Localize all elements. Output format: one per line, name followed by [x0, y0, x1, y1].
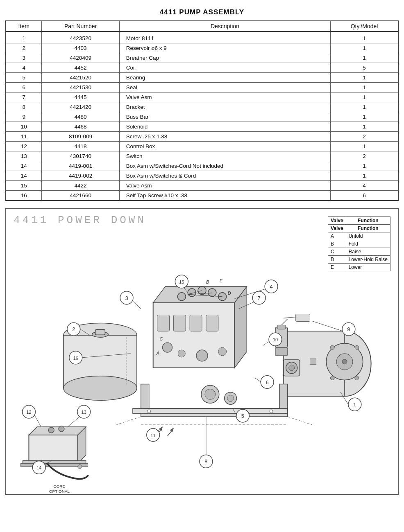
valve-block: A C — [153, 286, 247, 368]
svg-point-30 — [355, 345, 359, 349]
quantity: 1 — [331, 161, 398, 171]
table-row: 4 4452 Coil 5 — [6, 63, 398, 73]
svg-rect-9 — [173, 315, 186, 331]
quantity: 1 — [331, 73, 398, 83]
svg-marker-58 — [29, 427, 86, 435]
svg-line-52 — [116, 417, 141, 425]
table-row: 12 4418 Control Box 1 — [6, 142, 398, 151]
item-number: 14 — [6, 161, 42, 171]
pump-diagram-svg: A C — [6, 209, 398, 494]
svg-text:C: C — [160, 336, 163, 341]
col-qty: Qty./Model — [331, 21, 398, 32]
svg-text:3: 3 — [125, 295, 128, 301]
svg-point-28 — [342, 359, 347, 364]
diagram-section: 4411 POWER DOWN Valve Function ValveFunc… — [5, 208, 399, 495]
page-wrapper: 4411 PUMP ASSEMBLY Item Part Number Desc… — [5, 0, 399, 503]
svg-text:A: A — [156, 351, 159, 356]
svg-line-51 — [288, 417, 312, 425]
svg-point-48 — [270, 410, 273, 413]
col-item: Item — [6, 21, 42, 32]
table-row: 8 4421420 Bracket 1 — [6, 102, 398, 112]
svg-rect-45 — [279, 384, 288, 411]
page-title: 4411 PUMP ASSEMBLY — [5, 8, 399, 16]
quantity: 5 — [331, 63, 398, 73]
svg-rect-10 — [190, 315, 202, 331]
svg-text:4: 4 — [270, 284, 272, 290]
svg-point-62 — [48, 427, 54, 433]
svg-text:5: 5 — [241, 413, 244, 419]
description: Reservoir ø6 x 9 — [119, 43, 330, 53]
svg-line-41 — [284, 317, 296, 318]
table-row: 1 4423520 Motor 8111 1 — [6, 32, 398, 43]
svg-text:B: B — [206, 280, 209, 284]
svg-point-13 — [178, 350, 185, 357]
part-number: 4452 — [42, 63, 119, 73]
part-number: 4419-001 — [42, 161, 119, 171]
part-number: 4301740 — [42, 151, 119, 161]
svg-rect-46 — [133, 408, 288, 413]
quantity: 1 — [331, 92, 398, 102]
item-number: 1 — [6, 32, 42, 43]
svg-text:1: 1 — [353, 401, 356, 408]
part-number: 4420409 — [42, 53, 119, 63]
svg-line-110 — [68, 417, 80, 427]
svg-text:9: 9 — [347, 326, 350, 332]
quantity: 1 — [331, 142, 398, 151]
svg-line-40 — [281, 319, 288, 325]
part-number: 4421530 — [42, 83, 119, 92]
control-box: CORD OPTIONAL — [21, 426, 88, 494]
part-number: 4421660 — [42, 191, 119, 201]
svg-text:13: 13 — [82, 410, 86, 415]
svg-rect-42 — [296, 314, 310, 322]
table-row: 13 4301740 Switch 2 — [6, 151, 398, 161]
item-number: 6 — [6, 83, 42, 92]
svg-text:OPTIONAL: OPTIONAL — [49, 489, 70, 494]
item-number: 8 — [6, 102, 42, 112]
description: Seal — [119, 83, 330, 92]
quantity: 1 — [331, 32, 398, 43]
callout-14: 14 — [32, 460, 51, 474]
table-row: 14 4419-001 Box Asm w/Switches-Cord Not … — [6, 161, 398, 171]
description: Screw .25 x 1.38 — [119, 132, 330, 142]
item-number: 13 — [6, 151, 42, 161]
svg-text:6: 6 — [266, 379, 268, 385]
svg-text:15: 15 — [179, 280, 184, 284]
part-number: 4480 — [42, 112, 119, 122]
svg-line-101 — [263, 341, 269, 345]
svg-line-107 — [34, 415, 41, 427]
table-row: 10 4468 Solenoid 1 — [6, 122, 398, 132]
svg-rect-8 — [157, 315, 170, 331]
table-row: 15 4422 Valve Asm 4 — [6, 181, 398, 191]
part-number: 4422 — [42, 181, 119, 191]
quantity: 4 — [331, 181, 398, 191]
quantity: 1 — [331, 53, 398, 63]
svg-text:10: 10 — [273, 337, 278, 342]
svg-point-14 — [196, 350, 208, 361]
description: Motor 8111 — [119, 32, 330, 43]
part-number: 4403 — [42, 43, 119, 53]
svg-point-67 — [78, 464, 82, 469]
svg-point-6 — [208, 289, 216, 297]
table-row: 7 4445 Valve Asm 1 — [6, 92, 398, 102]
part-number: 4421420 — [42, 102, 119, 112]
svg-text:11: 11 — [151, 433, 156, 438]
callout-13: 13 — [68, 405, 91, 427]
svg-point-47 — [148, 410, 151, 413]
item-number: 9 — [6, 112, 42, 122]
table-row: 3 4420409 Breather Cap 1 — [6, 53, 398, 63]
quantity: 1 — [331, 43, 398, 53]
svg-rect-0 — [153, 303, 235, 368]
quantity: 1 — [331, 83, 398, 92]
svg-marker-71 — [170, 428, 173, 432]
svg-rect-23 — [95, 329, 105, 335]
svg-rect-39 — [275, 347, 288, 356]
svg-point-31 — [330, 376, 334, 380]
quantity: 1 — [331, 122, 398, 132]
callout-3: 3 — [120, 291, 141, 309]
item-number: 2 — [6, 43, 42, 53]
item-number: 4 — [6, 63, 42, 73]
item-number: 16 — [6, 191, 42, 201]
svg-point-12 — [163, 343, 172, 352]
part-number: 4421520 — [42, 73, 119, 83]
item-number: 7 — [6, 92, 42, 102]
